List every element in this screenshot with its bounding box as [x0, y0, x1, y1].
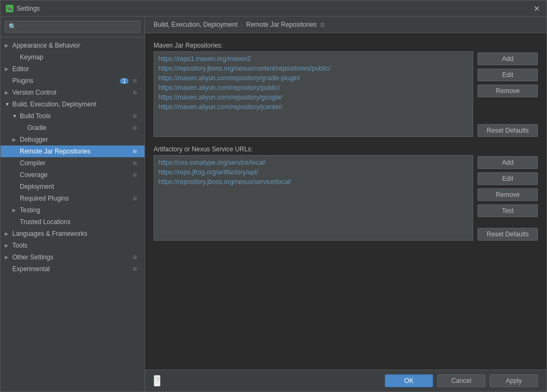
- sidebar-item-testing[interactable]: ▶ Testing: [1, 204, 145, 216]
- search-input[interactable]: [5, 21, 140, 33]
- artifactory-list-item[interactable]: https://oss.sonatype.org/service/local/: [156, 158, 470, 167]
- bottom-right-buttons: OK Cancel Apply: [385, 374, 538, 387]
- apply-button[interactable]: Apply: [490, 374, 538, 387]
- maven-list-item[interactable]: https://repository.jboss.org/nexus/conte…: [156, 64, 470, 73]
- sidebar-item-appearance[interactable]: ▶ Appearance & Behavior: [1, 40, 145, 51]
- arrow-icon: ▶: [5, 66, 12, 72]
- sidebar-item-label: Coverage: [20, 171, 131, 179]
- title-bar: 🐜 Settings ✕: [1, 1, 546, 17]
- main-content: ▶ Appearance & Behavior Keymap ▶ Editor …: [1, 17, 546, 391]
- maven-list-item[interactable]: https://maven.aliyun.com/repository/publ…: [156, 83, 470, 93]
- sidebar-item-label: Testing: [20, 206, 140, 214]
- cancel-button[interactable]: Cancel: [437, 374, 485, 387]
- artifactory-edit-button[interactable]: Edit: [477, 172, 538, 185]
- maven-section: Maven Jar Repositories: https://repo1.ma…: [154, 42, 538, 137]
- sidebar-item-build-tools[interactable]: ▼ Build Tools ⊞: [1, 110, 145, 122]
- sidebar-item-label: Editor: [12, 65, 140, 73]
- arrow-icon: ▶: [12, 137, 20, 142]
- artifactory-remove-button[interactable]: Remove: [477, 188, 538, 201]
- arrow-icon: ▶: [12, 207, 20, 213]
- sidebar-item-version-control[interactable]: ▶ Version Control ⊞: [1, 87, 145, 98]
- maven-list-box[interactable]: https://repo1.maven.org/maven2 https://r…: [154, 51, 473, 137]
- arrow-icon: ▶: [5, 43, 12, 48]
- maven-reset-button[interactable]: Reset Defaults: [477, 124, 538, 137]
- ext-icon: ⊞: [133, 77, 140, 84]
- arrow-icon: ▼: [12, 113, 20, 119]
- tree: ▶ Appearance & Behavior Keymap ▶ Editor …: [1, 37, 145, 391]
- maven-list-item[interactable]: https://maven.aliyun.com/repository/grad…: [156, 73, 470, 83]
- artifactory-reset-button[interactable]: Reset Defaults: [477, 228, 538, 241]
- sidebar-item-other-settings[interactable]: ▶ Other Settings ⊞: [1, 251, 145, 263]
- sidebar-item-label: Remote Jar Repositories: [20, 148, 131, 155]
- search-box: [1, 17, 145, 37]
- artifactory-list-box[interactable]: https://oss.sonatype.org/service/local/ …: [154, 155, 473, 241]
- maven-list-item[interactable]: https://maven.aliyun.com/repository/jcen…: [156, 102, 470, 112]
- sidebar-item-label: Tools: [12, 242, 140, 249]
- arrow-icon: ▶: [5, 231, 12, 236]
- sidebar-item-label: Required Plugins: [20, 195, 131, 202]
- maven-section-buttons: Add Edit Remove Reset Defaults: [477, 42, 538, 137]
- ext-icon: ⊞: [133, 124, 140, 132]
- sidebar-item-label: Build Tools: [20, 112, 131, 120]
- arrow-icon: ▶: [5, 90, 12, 95]
- sidebar-item-remote-jar[interactable]: Remote Jar Repositories ⊞: [1, 145, 145, 157]
- sidebar-item-required-plugins[interactable]: Required Plugins ⊞: [1, 193, 145, 204]
- panels-column: Maven Jar Repositories: https://repo1.ma…: [154, 42, 538, 361]
- sidebar-item-label: Experimental: [12, 265, 131, 273]
- artifactory-section-main: Artifactory or Nexus Service URLs: https…: [154, 145, 473, 241]
- ext-icon: ⊞: [133, 253, 140, 261]
- sidebar-item-deployment[interactable]: Deployment: [1, 181, 145, 193]
- sidebar-item-compiler[interactable]: Compiler ⊞: [1, 157, 145, 169]
- sidebar-item-label: Compiler: [20, 159, 131, 167]
- app-icon: 🐜: [6, 5, 13, 12]
- title-bar-left: 🐜 Settings: [6, 5, 40, 12]
- sidebar-item-coverage[interactable]: Coverage ⊞: [1, 169, 145, 181]
- sidebar-item-label: Other Settings: [12, 253, 131, 261]
- close-button[interactable]: ✕: [533, 4, 541, 13]
- ext-icon: ⊞: [133, 171, 140, 179]
- plugins-badge: 1: [120, 78, 128, 84]
- ext-icon: ⊞: [133, 265, 140, 273]
- ext-icon: ⊞: [133, 112, 140, 120]
- sidebar-item-keymap[interactable]: Keymap: [1, 51, 145, 63]
- artifactory-list-item[interactable]: https://repo.jfrog.org/artifactory/api/: [156, 167, 470, 177]
- maven-section-main: Maven Jar Repositories: https://repo1.ma…: [154, 42, 473, 137]
- sidebar-item-label: Debugger: [20, 136, 140, 143]
- sidebar-item-label: Version Control: [12, 89, 131, 96]
- sidebar-item-languages[interactable]: ▶ Languages & Frameworks: [1, 228, 145, 240]
- panel-content: Maven Jar Repositories: https://repo1.ma…: [145, 33, 546, 370]
- sidebar-item-trusted-locations[interactable]: Trusted Locations: [1, 216, 145, 228]
- maven-list-item[interactable]: https://maven.aliyun.com/repository/goog…: [156, 93, 470, 102]
- maven-edit-button[interactable]: Edit: [477, 68, 538, 81]
- breadcrumb: Build, Execution, Deployment › Remote Ja…: [145, 17, 546, 33]
- maven-list-item[interactable]: https://repo1.maven.org/maven2: [156, 54, 470, 64]
- ext-icon: ⊞: [133, 159, 140, 167]
- ok-button[interactable]: OK: [385, 374, 433, 387]
- sidebar-item-label: Appearance & Behavior: [12, 42, 140, 49]
- sidebar-item-experimental[interactable]: Experimental ⊞: [1, 263, 145, 275]
- artifactory-list-item[interactable]: https://repository.jboss.org/nexus/servi…: [156, 177, 470, 187]
- sidebar: ▶ Appearance & Behavior Keymap ▶ Editor …: [1, 17, 145, 391]
- sidebar-item-label: Build, Execution, Deployment: [12, 101, 140, 108]
- sidebar-item-editor[interactable]: ▶ Editor: [1, 63, 145, 75]
- artifactory-section-wrapper: Artifactory or Nexus Service URLs: https…: [154, 145, 538, 241]
- maven-remove-button[interactable]: Remove: [477, 84, 538, 97]
- content-area: Build, Execution, Deployment › Remote Ja…: [145, 17, 546, 391]
- sidebar-item-plugins[interactable]: Plugins 1 ⊞: [1, 75, 145, 87]
- sidebar-item-gradle[interactable]: Gradle ⊞: [1, 122, 145, 134]
- arrow-icon: ▶: [5, 243, 12, 248]
- breadcrumb-separator: ›: [241, 21, 243, 28]
- artifactory-add-button[interactable]: Add: [477, 156, 538, 169]
- maven-add-button[interactable]: Add: [477, 52, 538, 65]
- arrow-icon: ▶: [5, 255, 12, 260]
- sidebar-item-debugger[interactable]: ➔ ▶ Debugger: [1, 134, 145, 145]
- window-title: Settings: [17, 5, 40, 12]
- artifactory-section-buttons: Add Edit Remove Test Reset Defaults: [477, 145, 538, 241]
- ext-icon: ⊞: [133, 195, 140, 202]
- sidebar-item-tools[interactable]: ▶ Tools: [1, 240, 145, 251]
- sidebar-item-build-execution[interactable]: ▼ Build, Execution, Deployment: [1, 98, 145, 110]
- bottom-bar: ? OK Cancel Apply: [145, 370, 546, 391]
- artifactory-test-button[interactable]: Test: [477, 204, 538, 217]
- breadcrumb-current: Remote Jar Repositories: [246, 21, 317, 28]
- help-button[interactable]: ?: [154, 375, 161, 387]
